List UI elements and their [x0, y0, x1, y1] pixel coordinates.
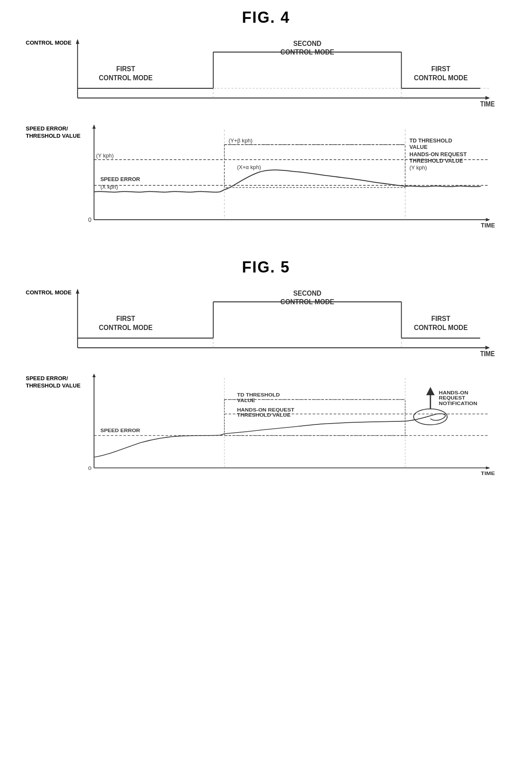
fig4-xalpha: (X+α kph)	[237, 164, 261, 170]
fig5-first-mode-left: FIRST	[116, 315, 135, 323]
fig4-speed-y-label: SPEED ERROR/THRESHOLD VALUE	[26, 125, 81, 140]
fig4-title: FIG. 4	[26, 9, 506, 27]
svg-text:VALUE: VALUE	[237, 398, 255, 403]
fig4-ykph-right: (Y kph)	[409, 164, 427, 171]
fig4-xkph: (X kph)	[100, 184, 118, 190]
fig4-td-threshold-val: (Y+β kph)	[229, 137, 253, 144]
fig4-first-mode-left: FIRST	[116, 65, 135, 73]
fig5-speed-chart-area: SPEED ERROR/THRESHOLD VALUE 0 TIME	[26, 371, 506, 482]
fig4-speed-time-label: TIME	[481, 222, 495, 229]
fig4-mode-chart-area: CONTROL MODE TIME	[26, 35, 506, 112]
fig5-mode-svg: TIME FIRST CONTROL MODE	[60, 285, 498, 362]
svg-text:CONTROL MODE: CONTROL MODE	[281, 48, 335, 56]
fig5-notification-label: HANDS-ON	[439, 390, 469, 395]
svg-marker-42	[92, 374, 96, 377]
fig5-title: FIG. 5	[26, 258, 506, 276]
fig5-speed-error-label: SPEED ERROR	[100, 427, 140, 433]
svg-text:THRESHOLD VALUE: THRESHOLD VALUE	[409, 157, 463, 164]
svg-text:VALUE: VALUE	[409, 144, 428, 150]
fig4-speed-svg: 0 TIME (Y+β kph) TD THRESHOLD VALUE	[77, 121, 498, 233]
fig4-mode-svg: TIME	[60, 35, 498, 112]
fig4-speed-chart-area: SPEED ERROR/THRESHOLD VALUE 0 TIME	[26, 121, 506, 233]
svg-text:THRESHOLD VALUE: THRESHOLD VALUE	[237, 412, 290, 418]
fig4-first-mode-right: FIRST	[431, 65, 450, 73]
svg-marker-44	[486, 466, 490, 469]
fig5-zero-label: 0	[88, 465, 92, 471]
fig4-ykph-left: (Y kph)	[96, 152, 114, 159]
fig5-mode-chart: CONTROL MODE TIME	[60, 285, 498, 362]
fig4-zero-label: 0	[88, 216, 92, 223]
svg-text:NOTIFICATION: NOTIFICATION	[439, 401, 478, 406]
fig4-mode-y-label: CONTROL MODE	[26, 39, 72, 47]
fig5-first-mode-right: FIRST	[431, 315, 450, 323]
fig4-second-mode: SECOND	[293, 39, 321, 47]
svg-marker-3	[485, 96, 490, 100]
svg-marker-18	[486, 218, 490, 221]
fig5-handson-label: HANDS-ON REQUEST	[237, 407, 294, 413]
svg-point-52	[414, 409, 447, 425]
fig5-speed-svg: 0 TIME TD THRESHOLD VALUE HANDS-ON REQUE…	[77, 371, 498, 482]
fig4-section: FIG. 4 CONTROL MODE TIME	[26, 9, 506, 233]
svg-text:REQUEST: REQUEST	[439, 395, 466, 401]
fig5-mode-time-label: TIME	[480, 350, 495, 358]
fig5-mode-chart-area: CONTROL MODE TIME	[26, 285, 506, 362]
fig4-handson-label: HANDS-ON REQUEST	[409, 151, 467, 157]
fig5-second-mode: SECOND	[293, 289, 321, 297]
fig4-speed-error-label: SPEED ERROR	[100, 176, 140, 182]
svg-marker-54	[426, 387, 435, 395]
fig5-mode-y-label: CONTROL MODE	[26, 289, 72, 297]
fig4-speed-chart: SPEED ERROR/THRESHOLD VALUE 0 TIME	[77, 121, 498, 233]
fig5-speed-chart: SPEED ERROR/THRESHOLD VALUE 0 TIME	[77, 371, 498, 482]
svg-text:CONTROL MODE: CONTROL MODE	[99, 323, 153, 331]
fig4-mode-time-label: TIME	[480, 100, 495, 108]
svg-marker-16	[92, 124, 96, 129]
fig5-speed-time-label: TIME	[481, 470, 495, 476]
page-container: FIG. 4 CONTROL MODE TIME	[0, 0, 532, 517]
svg-text:CONTROL MODE: CONTROL MODE	[281, 297, 335, 306]
fig5-td-threshold-label: TD THRESHOLD	[237, 392, 280, 398]
svg-marker-1	[76, 39, 79, 44]
fig4-td-threshold-label: TD THRESHOLD	[409, 137, 452, 144]
fig4-mode-chart: CONTROL MODE TIME	[60, 35, 498, 112]
svg-text:CONTROL MODE: CONTROL MODE	[414, 323, 468, 331]
svg-marker-28	[76, 289, 79, 294]
svg-text:CONTROL MODE: CONTROL MODE	[414, 73, 468, 82]
svg-text:CONTROL MODE: CONTROL MODE	[99, 73, 153, 82]
fig5-speed-y-label: SPEED ERROR/THRESHOLD VALUE	[26, 375, 81, 390]
fig5-section: FIG. 5 CONTROL MODE TIME	[26, 258, 506, 482]
svg-marker-30	[485, 346, 490, 350]
